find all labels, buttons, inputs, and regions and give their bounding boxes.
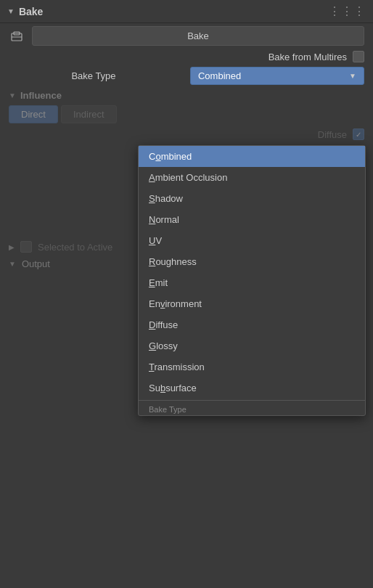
dropdown-item-shadow[interactable]: Shadow (139, 188, 365, 209)
bake-type-row: Bake Type Combined ▼ (0, 65, 373, 87)
output-collapse-icon[interactable]: ▼ (9, 260, 16, 268)
dropdown-item-diffuse[interactable]: Diffuse (139, 314, 365, 335)
bake-from-multires-row: Bake from Multires (0, 49, 373, 65)
dropdown-item-uv-label: UV (149, 235, 162, 246)
dropdown-item-diffuse-label: Diffuse (149, 319, 178, 330)
influence-section-header: ▼ Influence (0, 87, 373, 104)
dropdown-item-environment-label: Environment (149, 298, 202, 309)
panel-header: ▼ Bake ⋮⋮⋮ (0, 0, 373, 23)
dropdown-item-ambient-occlusion[interactable]: Ambient Occlusion (139, 167, 365, 188)
dropdown-separator (139, 400, 365, 401)
bake-from-multires-label: Bake from Multires (269, 52, 347, 62)
dropdown-item-glossy[interactable]: Glossy (139, 335, 365, 356)
bake-from-multires-checkbox[interactable] (353, 51, 364, 62)
dropdown-item-roughness-label: Roughness (149, 256, 197, 267)
panel-collapse-icon[interactable]: ▼ (7, 7, 15, 15)
dropdown-item-glossy-label: Glossy (149, 340, 178, 351)
diffuse-checkbox[interactable] (353, 128, 364, 140)
influence-title: Influence (20, 90, 62, 101)
bake-button-row: Bake (0, 23, 373, 49)
selected-to-active-label: Selected to Active (38, 242, 112, 253)
output-title: Output (22, 258, 50, 269)
diffuse-label: Diffuse (318, 129, 347, 140)
diffuse-row: Diffuse (0, 125, 373, 144)
dropdown-item-transmission[interactable]: Transmission (139, 356, 365, 377)
influence-collapse-icon[interactable]: ▼ (9, 91, 16, 99)
bake-button[interactable]: Bake (32, 26, 364, 46)
dropdown-bake-type-section-label: Bake Type (139, 402, 365, 415)
bake-type-dropdown[interactable]: Combined ▼ (190, 67, 364, 85)
dropdown-item-subsurface-label: Subsurface (149, 383, 197, 393)
bake-type-value: Combined (198, 70, 241, 81)
dropdown-item-uv[interactable]: UV (139, 230, 365, 251)
dropdown-item-normal-label: Normal (149, 214, 179, 225)
chevron-down-icon: ▼ (349, 72, 356, 80)
dropdown-item-emit[interactable]: Emit (139, 272, 365, 293)
dropdown-item-shadow-label: Shadow (149, 193, 183, 204)
direct-button[interactable]: Direct (9, 105, 58, 123)
dropdown-item-normal[interactable]: Normal (139, 209, 365, 230)
selected-to-active-checkbox[interactable] (20, 241, 32, 253)
panel-title: Bake (19, 6, 324, 17)
dropdown-item-transmission-label: Transmission (149, 362, 205, 372)
dropdown-bake-type-label: Bake Type (149, 405, 186, 414)
dropdown-item-environment[interactable]: Environment (139, 293, 365, 314)
panel-options-icon[interactable]: ⋮⋮⋮ (329, 4, 366, 18)
dropdown-item-ao-label: Ambient Occlusion (149, 172, 227, 183)
dropdown-item-subsurface[interactable]: Subsurface (139, 377, 365, 399)
bake-icon (9, 28, 25, 44)
influence-buttons-row: Direct Indirect (0, 104, 373, 125)
indirect-button[interactable]: Indirect (61, 105, 117, 123)
dropdown-item-combined-label: Combined (149, 151, 192, 162)
bake-type-label: Bake Type (71, 70, 115, 81)
dropdown-item-roughness[interactable]: Roughness (139, 251, 365, 272)
dropdown-item-combined[interactable]: Combined (139, 146, 365, 167)
selected-collapse-icon[interactable]: ▶ (9, 243, 15, 251)
dropdown-item-emit-label: Emit (149, 277, 168, 288)
bake-type-dropdown-menu: Combined Ambient Occlusion Shadow Normal… (138, 145, 366, 416)
